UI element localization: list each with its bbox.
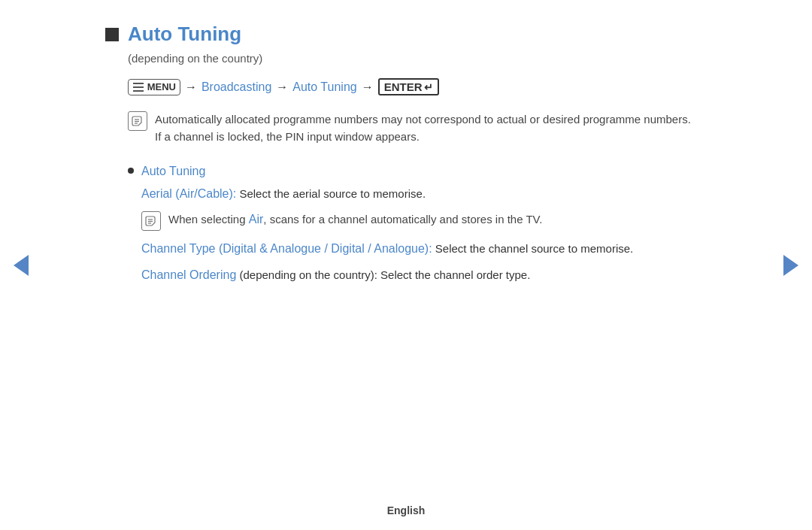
- channel-ordering-desc: (depending on the country): Select the c…: [236, 268, 530, 281]
- menu-symbol-icon: [132, 81, 144, 93]
- page-content: Auto Tuning (depending on the country) M…: [45, 0, 767, 315]
- nav-left-arrow[interactable]: [11, 255, 32, 276]
- footer-language: English: [387, 504, 426, 516]
- sub-note-1: When selecting Air, scans for a channel …: [141, 210, 692, 231]
- bullet-dot-icon: [128, 168, 134, 174]
- channel-type-item: Channel Type (Digital & Analogue / Digit…: [141, 240, 692, 259]
- broadcasting-link: Broadcasting: [201, 80, 271, 94]
- air-link: Air: [249, 213, 264, 226]
- note-text-1: Automatically allocated programme number…: [155, 111, 692, 146]
- note-icon-2: [141, 211, 161, 231]
- channel-type-label: Channel Type (Digital & Analogue / Digit…: [141, 242, 432, 255]
- title-square-icon: [105, 28, 119, 41]
- enter-text: ENTER: [384, 80, 423, 93]
- aerial-item-text: Aerial (Air/Cable): Select the aerial so…: [141, 187, 426, 200]
- aerial-item: Aerial (Air/Cable): Select the aerial so…: [141, 185, 692, 204]
- page-title: Auto Tuning: [128, 23, 241, 46]
- svg-rect-1: [133, 86, 144, 88]
- sub-note-suffix: , scans for a channel automatically and …: [263, 213, 542, 226]
- aerial-text: Select the aerial source to memorise.: [236, 187, 426, 200]
- bullet-title: Auto Tuning: [141, 162, 205, 180]
- nav-right-arrow[interactable]: [780, 255, 801, 276]
- arrow-1: →: [185, 80, 197, 94]
- enter-button-label: ENTER↵: [378, 78, 439, 95]
- left-arrow-icon: [14, 255, 29, 276]
- channel-type-desc: Select the channel source to memorise.: [432, 242, 634, 255]
- arrow-3: →: [362, 80, 374, 94]
- channel-ordering-text: Channel Ordering (depending on the count…: [141, 268, 530, 281]
- channel-ordering-item: Channel Ordering (depending on the count…: [141, 266, 692, 285]
- channel-ordering-label: Channel Ordering: [141, 268, 236, 281]
- sub-note-text-1: When selecting Air, scans for a channel …: [168, 210, 542, 229]
- note-block-1: Automatically allocated programme number…: [128, 111, 692, 146]
- menu-path-row: MENU → Broadcasting → Auto Tuning → ENTE…: [128, 78, 692, 95]
- sub-note-prefix: When selecting: [168, 213, 249, 226]
- footer: English: [0, 504, 812, 516]
- svg-rect-2: [133, 90, 144, 92]
- enter-arrow-icon: ↵: [424, 81, 433, 93]
- channel-type-text: Channel Type (Digital & Analogue / Digit…: [141, 242, 633, 255]
- bullet-section: Auto Tuning Aerial (Air/Cable): Select t…: [128, 162, 692, 285]
- right-arrow-icon: [783, 255, 798, 276]
- auto-tuning-link: Auto Tuning: [292, 80, 356, 94]
- menu-icon: MENU: [128, 79, 180, 95]
- svg-rect-0: [133, 83, 144, 84]
- arrow-2: →: [276, 80, 288, 94]
- subtitle: (depending on the country): [128, 52, 692, 65]
- menu-text-label: MENU: [147, 81, 176, 92]
- aerial-label: Aerial (Air/Cable):: [141, 187, 236, 200]
- bullet-row-1: Auto Tuning: [128, 162, 692, 180]
- title-row: Auto Tuning: [105, 23, 692, 46]
- note-icon-1: [128, 111, 147, 131]
